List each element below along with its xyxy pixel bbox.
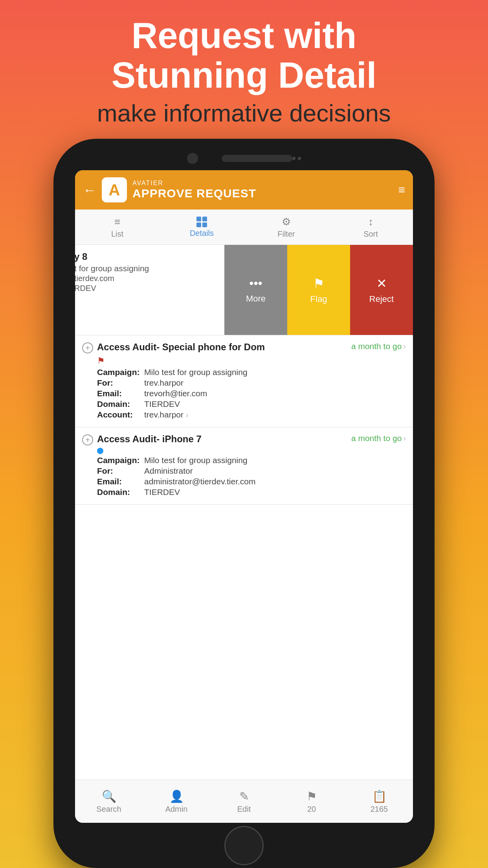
nav-search[interactable]: 🔍 Search <box>75 789 143 814</box>
item2-chevron: › <box>403 434 406 443</box>
phone-screen: ← A AVATIER APPROVE REQUEST ≡ ≡ List <box>75 170 413 823</box>
phone-top-bar <box>53 139 435 170</box>
reject-button[interactable]: ✕ Reject <box>350 245 413 335</box>
brand-top: AVATIER <box>132 180 398 187</box>
phone-shell: ← A AVATIER APPROVE REQUEST ≡ ≡ List <box>53 139 435 868</box>
bottom-nav: 🔍 Search 👤 Admin ✎ Edit ⚑ 20 📋 2165 <box>75 780 413 823</box>
item1-title: Access Audit- Special phone for Dom <box>97 342 348 353</box>
edit-icon: ✎ <box>239 789 249 803</box>
item2-for-label: For: <box>97 466 144 476</box>
toolbar-sort[interactable]: ↕ Sort <box>328 216 413 239</box>
item1-domain-row: Domain: TIERDEV <box>97 399 406 409</box>
item2-title: Access Audit- iPhone 7 <box>97 434 348 445</box>
sort-icon: ↕ <box>368 216 373 228</box>
total-icon: 📋 <box>372 789 387 803</box>
toolbar-list[interactable]: ≡ List <box>75 216 160 239</box>
item1-flag-icon: ⚑ <box>97 356 105 366</box>
plus-icon: + <box>82 342 93 353</box>
admin-icon: 👤 <box>169 789 184 803</box>
edit-label: Edit <box>237 805 251 814</box>
item1-chevron: › <box>403 342 406 351</box>
item2-header: + Access Audit- iPhone 7 a month to go › <box>82 434 406 445</box>
app-logo: A <box>102 177 127 202</box>
nav-total[interactable]: 📋 2165 <box>345 789 413 814</box>
more-icon: ••• <box>249 276 262 291</box>
list-label: List <box>111 230 123 239</box>
item1-campaign-label: Campaign: <box>97 368 144 377</box>
toolbar-filter[interactable]: ⚙ Filter <box>244 216 328 239</box>
nav-edit[interactable]: ✎ Edit <box>210 789 278 814</box>
list-item[interactable]: + Access Audit- iPhone 7 a month to go ›… <box>75 427 413 505</box>
item2-campaign-label: Campaign: <box>97 456 144 465</box>
item1-details: Campaign: Milo test for group assigning … <box>97 368 406 419</box>
nav-flag[interactable]: ⚑ 20 <box>278 789 345 814</box>
item2-date: a month to go <box>351 434 402 443</box>
item1-date: a month to go <box>351 342 402 351</box>
list-item[interactable]: + Access Audit- Special phone for Dom a … <box>75 335 413 427</box>
reject-label: Reject <box>369 294 394 304</box>
app-title-block: AVATIER APPROVE REQUEST <box>132 180 398 200</box>
flag-icon: ⚑ <box>313 276 325 291</box>
item2-email-value: administrator@tierdev.tier.com <box>144 477 256 486</box>
swiped-item: y 8 a month to go t for group assigning … <box>75 245 413 335</box>
flag-count: 20 <box>307 805 316 814</box>
item2-campaign-row: Campaign: Milo test for group assigning <box>97 456 406 465</box>
item2-domain-value: TIERDEV <box>144 487 180 497</box>
item2-for-value: Administrator <box>144 466 193 476</box>
home-button[interactable] <box>224 826 264 865</box>
more-label: More <box>246 294 266 304</box>
more-button[interactable]: ••• More <box>224 245 287 335</box>
item1-campaign-value: Milo test for group assigning <box>144 368 248 377</box>
nav-admin[interactable]: 👤 Admin <box>143 789 210 814</box>
partial-item-id: y 8 <box>75 251 87 262</box>
search-label: Search <box>96 805 121 814</box>
item2-email-row: Email: administrator@tierdev.tier.com <box>97 477 406 486</box>
item2-email-label: Email: <box>97 477 144 486</box>
item2-for-row: For: Administrator <box>97 466 406 476</box>
item1-header: + Access Audit- Special phone for Dom a … <box>82 342 406 353</box>
header-subtitle: make informative decisions <box>97 99 391 127</box>
flag-button[interactable]: ⚑ Flag <box>287 245 350 335</box>
total-count: 2165 <box>371 805 388 814</box>
list-icon: ≡ <box>114 216 120 228</box>
app-header: ← A AVATIER APPROVE REQUEST ≡ <box>75 170 413 210</box>
logo-letter: A <box>109 181 120 199</box>
sort-label: Sort <box>363 230 378 239</box>
flag-label: Flag <box>310 294 327 304</box>
item1-email-label: Email: <box>97 389 144 398</box>
details-label: Details <box>190 229 214 238</box>
toolbar-details[interactable]: Details <box>160 217 244 238</box>
plus-icon-2: + <box>82 434 93 445</box>
item1-email-value: trevorh@tier.com <box>144 389 207 398</box>
flag-nav-icon: ⚑ <box>306 789 317 803</box>
item1-campaign-row: Campaign: Milo test for group assigning <box>97 368 406 377</box>
item2-dot-row <box>97 448 406 454</box>
filter-icon: ⚙ <box>282 216 291 228</box>
page-header: Request with Stunning Detail make inform… <box>97 0 391 127</box>
list-area: y 8 a month to go t for group assigning … <box>75 245 413 780</box>
item1-for-row: For: trev.harpor <box>97 378 406 388</box>
item1-account-value[interactable]: trev.harpor <box>144 410 189 419</box>
blue-dot <box>97 448 103 454</box>
header-title: Request with Stunning Detail <box>97 16 391 95</box>
hamburger-icon[interactable]: ≡ <box>398 184 405 196</box>
item2-domain-label: Domain: <box>97 487 144 497</box>
item1-for-label: For: <box>97 378 144 388</box>
item1-email-row: Email: trevorh@tier.com <box>97 389 406 398</box>
item1-for-value: trev.harpor <box>144 378 183 388</box>
phone-bottom <box>224 823 264 868</box>
item1-account-row: Account: trev.harpor <box>97 410 406 419</box>
item2-campaign-value: Milo test for group assigning <box>144 456 248 465</box>
swipe-actions: ••• More ⚑ Flag ✕ Reject <box>224 245 413 335</box>
grid-icon <box>196 217 207 227</box>
item1-domain-label: Domain: <box>97 399 144 409</box>
back-button[interactable]: ← <box>83 182 96 198</box>
item1-account-label: Account: <box>97 410 144 419</box>
filter-label: Filter <box>277 230 295 239</box>
item2-details: Campaign: Milo test for group assigning … <box>97 456 406 497</box>
item2-domain-row: Domain: TIERDEV <box>97 487 406 497</box>
reject-icon: ✕ <box>376 276 387 291</box>
item1-flag-row: ⚑ <box>97 356 406 366</box>
phone-dots <box>292 157 301 160</box>
brand-name: APPROVE REQUEST <box>132 187 398 200</box>
